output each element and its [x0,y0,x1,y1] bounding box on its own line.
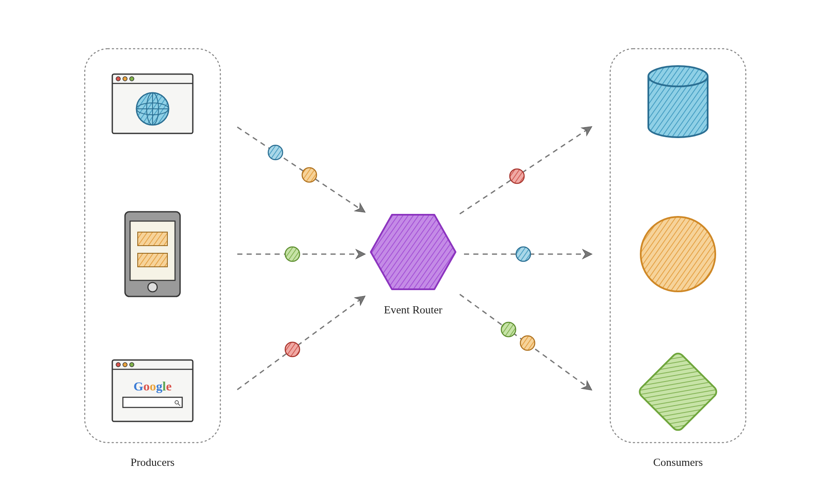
svg-rect-39 [123,397,182,407]
arrow-in-bot [237,296,364,390]
svg-point-51 [510,169,524,183]
svg-point-37 [130,363,134,367]
svg-rect-32 [138,253,167,267]
consumer-circle-icon [641,217,715,291]
svg-point-36 [123,363,127,367]
browser-globe-icon [112,74,193,133]
arrow-out-top [460,127,591,214]
browser-google-icon: Google [112,360,193,421]
svg-rect-29 [130,221,175,280]
svg-point-43 [268,145,283,160]
svg-point-22 [130,77,134,81]
svg-point-46 [285,247,300,261]
arrow-out-bot [460,294,591,390]
svg-point-57 [648,66,708,86]
svg-point-53 [516,247,531,261]
event-router-label: Event Router [384,304,442,316]
consumers-label: Consumers [653,456,703,468]
event-router-icon [371,215,456,289]
arrow-in-top [237,127,364,212]
database-cylinder-icon [648,66,708,137]
arrow-out-mid [464,247,591,261]
svg-point-35 [116,363,120,367]
producers-label: Producers [131,456,175,468]
svg-point-21 [123,77,127,81]
svg-point-20 [116,77,120,81]
consumer-diamond-icon [637,351,719,432]
mobile-device-icon [125,212,180,296]
svg-line-47 [237,296,364,390]
svg-point-55 [501,322,516,337]
svg-text:Google: Google [133,379,172,393]
arrow-in-mid [237,247,364,261]
svg-point-48 [285,342,300,357]
svg-rect-31 [138,232,167,246]
svg-line-50 [460,127,591,214]
svg-rect-59 [637,351,719,432]
svg-line-42 [237,127,364,212]
svg-point-44 [302,168,317,182]
svg-point-30 [148,282,157,292]
svg-marker-49 [371,215,456,289]
svg-point-58 [641,217,715,291]
svg-point-56 [520,336,535,350]
